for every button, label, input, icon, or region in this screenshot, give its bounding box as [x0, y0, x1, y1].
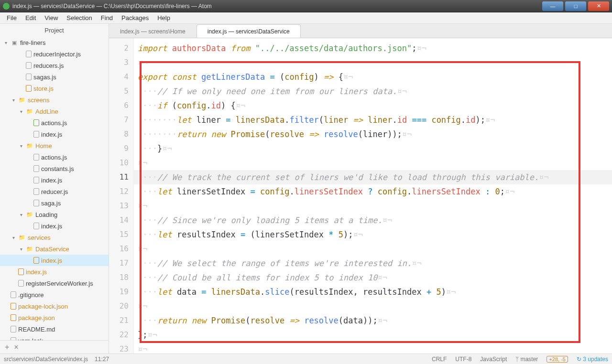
code-line[interactable]: ····// We select the range of items we'r… [134, 256, 612, 270]
code-line[interactable]: ¤¬ [134, 242, 612, 256]
code-editor[interactable]: 234567891011121314151617181920212223 imp… [109, 38, 612, 353]
status-filepath[interactable]: src\services\DataService\index.js [4, 356, 88, 363]
editor-tabs: index.js — screens\Homeindex.js — servic… [109, 24, 612, 38]
minimize-button[interactable]: — [542, 1, 563, 11]
add-project-button[interactable]: + [5, 343, 9, 352]
folder-icon: 📁 [26, 107, 33, 115]
code-line[interactable]: ····// Since we're only loading 5 items … [134, 213, 612, 227]
menubar: FileEditViewSelectionFindPackagesHelp [0, 12, 612, 24]
editor-tab[interactable]: index.js — services\DataService [197, 24, 301, 38]
maximize-button[interactable]: □ [565, 1, 586, 11]
tree-item[interactable]: package-lock.json [0, 300, 109, 312]
status-language[interactable]: JavaScript [480, 356, 507, 363]
window-title: index.js — services\DataService — C:\Use… [12, 3, 542, 10]
code-line[interactable]: ····}¤¬ [134, 141, 612, 156]
tree-item[interactable]: package.json [0, 312, 109, 323]
tree-item[interactable]: index.js [0, 255, 109, 266]
code-line[interactable]: ¤¬ [134, 199, 612, 213]
tree-item[interactable]: constants.js [0, 163, 109, 174]
tree-item[interactable]: sagas.js [0, 71, 109, 83]
tree-item[interactable]: registerServiceWorker.js [0, 278, 109, 289]
tree-item-label: actions.js [41, 119, 67, 127]
status-updates[interactable]: ↻ 3 updates [577, 356, 608, 363]
file-icon [11, 291, 16, 298]
tree-item-label: .gitignore [18, 291, 44, 299]
line-gutter: 234567891011121314151617181920212223 [109, 38, 134, 353]
tree-item[interactable]: ▾📁services [0, 232, 109, 243]
code-line[interactable]: ¤¬ [134, 156, 612, 170]
tree-item[interactable]: yarn.lock [0, 335, 109, 340]
menu-find[interactable]: Find [97, 13, 117, 22]
tree-item-label: reducers.js [33, 62, 64, 69]
code-line[interactable]: ····let resultsIndex = (linersSetIndex *… [134, 227, 612, 242]
tree-item[interactable]: actions.js [0, 117, 109, 128]
code-line[interactable]: ····if (config.id) {¤¬ [134, 98, 612, 113]
tree-item-label: package-lock.json [18, 303, 68, 310]
status-git-diff[interactable]: +28, -5 [546, 356, 568, 363]
tree-item[interactable]: actions.js [0, 151, 109, 163]
code-content[interactable]: import authorsData from "../../assets/da… [134, 38, 612, 353]
tree-item-label: index.js [41, 223, 62, 230]
code-line[interactable]: };¤¬ [134, 328, 612, 342]
code-line[interactable]: ········return new Promise(resolve => re… [134, 127, 612, 141]
code-line[interactable]: export const getLinersData = (config) =>… [134, 70, 612, 84]
tree-item[interactable]: ▾📁AddLine [0, 106, 109, 117]
tree-item[interactable]: ▾▣fire-liners [0, 37, 109, 48]
code-line[interactable]: ····// We track the current set of liner… [134, 170, 612, 184]
file-icon [33, 223, 39, 229]
close-button[interactable]: ✕ [588, 1, 609, 11]
file-o-icon [26, 85, 32, 92]
tree-item[interactable]: index.js [0, 220, 109, 232]
line-number: 20 [109, 299, 133, 313]
line-number: 9 [109, 141, 133, 156]
tree-item[interactable]: index.js [0, 174, 109, 186]
tree-item[interactable]: index.js [0, 266, 109, 278]
chevron-icon: ▾ [18, 212, 24, 217]
tree-item[interactable]: ▾📁Home [0, 140, 109, 151]
menu-file[interactable]: File [3, 13, 21, 22]
tree-item[interactable]: reducerInjector.js [0, 48, 109, 60]
tree-item[interactable]: .gitignore [0, 289, 109, 300]
code-line[interactable]: ····return new Promise(resolve => resolv… [134, 313, 612, 328]
code-line[interactable]: ¤¬ [134, 55, 612, 70]
tree-item[interactable]: index.js [0, 128, 109, 140]
editor-tab[interactable]: index.js — screens\Home [109, 24, 197, 38]
code-line[interactable]: import authorsData from "../../assets/da… [134, 41, 612, 55]
tree-item-label: actions.js [41, 154, 67, 161]
menu-edit[interactable]: Edit [22, 13, 40, 22]
tree-item[interactable]: reducers.js [0, 60, 109, 71]
tree-item-label: saga.js [41, 200, 61, 207]
code-line[interactable]: ····// Could be all items for index 5 to… [134, 270, 612, 285]
code-line[interactable]: ····let data = linersData.slice(resultsI… [134, 285, 612, 299]
tree-item[interactable]: saga.js [0, 197, 109, 209]
tree-item[interactable]: ▾📁DataService [0, 243, 109, 255]
file-o-icon [18, 268, 24, 275]
code-line[interactable]: ········let liner = linersData.filter(li… [134, 113, 612, 127]
folder-dark-icon: 📁 [26, 211, 33, 218]
code-line[interactable]: ····// If we only need one item from our… [134, 84, 612, 98]
tree-item[interactable]: store.js [0, 83, 109, 94]
repo-icon: ▣ [11, 39, 18, 46]
tree-item[interactable]: ▾📁screens [0, 94, 109, 106]
code-line[interactable]: ····let linersSetIndex = config.linersSe… [134, 184, 612, 199]
menu-view[interactable]: View [41, 13, 62, 22]
file-tree[interactable]: ▾▣fire-linersreducerInjector.jsreducers.… [0, 37, 109, 340]
tree-item[interactable]: README.md [0, 323, 109, 335]
menu-selection[interactable]: Selection [63, 13, 96, 22]
code-line[interactable]: ¤¬ [134, 342, 612, 353]
status-branch[interactable]: ᛘ master [515, 356, 538, 363]
code-line[interactable]: ¤¬ [134, 299, 612, 313]
tree-item-label: Loading [35, 211, 57, 218]
tree-item[interactable]: ▾📁Loading [0, 209, 109, 220]
tree-item-label: services [28, 234, 51, 241]
menu-packages[interactable]: Packages [118, 13, 153, 22]
menu-help[interactable]: Help [153, 13, 174, 22]
status-cursor[interactable]: 11:27 [95, 356, 109, 363]
status-encoding[interactable]: UTF-8 [455, 356, 471, 363]
tree-item-label: package.json [18, 314, 55, 321]
tree-item-label: AddLine [35, 108, 58, 115]
tree-item[interactable]: reducer.js [0, 186, 109, 197]
line-number: 5 [109, 84, 133, 98]
close-project-button[interactable]: × [14, 343, 18, 352]
status-eol[interactable]: CRLF [432, 356, 447, 363]
